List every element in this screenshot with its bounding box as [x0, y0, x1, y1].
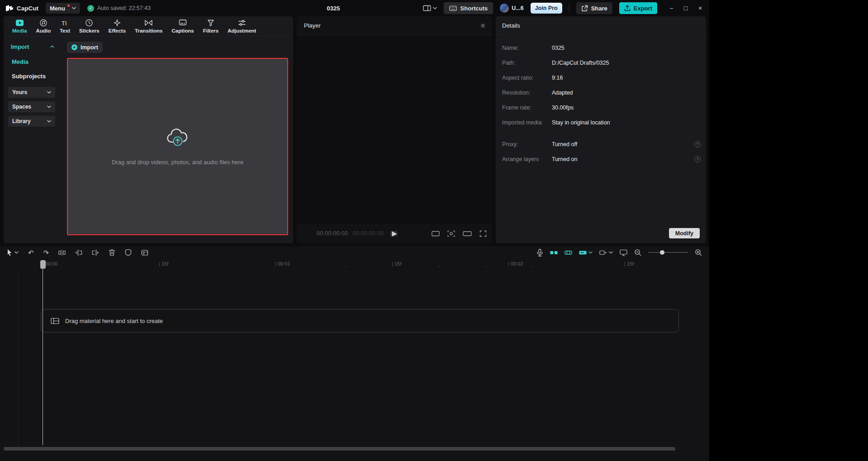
import-dropzone[interactable]: Drag and drop videos, photos, and audio …	[67, 58, 288, 235]
trim-left-button[interactable]	[75, 249, 82, 256]
help-icon[interactable]: ?	[694, 156, 701, 162]
trash-icon	[109, 249, 115, 256]
ruler-mark: 15f	[625, 261, 634, 266]
export-label: Export	[634, 5, 652, 12]
modify-button[interactable]: Modify	[669, 228, 700, 238]
audio-icon	[39, 19, 47, 27]
ruler-mark: 00:01	[275, 261, 290, 266]
trim-right-icon	[92, 249, 99, 256]
chevron-down-icon	[47, 105, 51, 108]
zoom-slider-thumb[interactable]	[660, 250, 664, 255]
player-menu-button[interactable]: ≡	[481, 22, 485, 30]
chevron-down-icon	[14, 251, 19, 254]
playhead-line	[43, 269, 43, 445]
timeline-scrollbar[interactable]	[4, 447, 675, 451]
timeline-dropzone[interactable]: Drag material here and start to create	[41, 309, 679, 333]
sidebar-item-import[interactable]: Import	[11, 42, 54, 51]
shortcuts-button[interactable]: Shortcuts	[444, 2, 493, 14]
redo-button[interactable]: ↷	[43, 249, 49, 256]
sidebar-item-media[interactable]: Media	[12, 57, 28, 66]
media-panel: Media Audio TI Text Stickers Effects Tra…	[4, 16, 293, 243]
preview-display-icon	[620, 249, 627, 256]
tab-transitions[interactable]: Transitions	[131, 19, 166, 33]
ribbon-tabs: Media Audio TI Text Stickers Effects Tra…	[4, 16, 293, 36]
detail-row: Frame rate: 30.00fps	[502, 100, 701, 115]
maximize-button[interactable]: □	[678, 0, 693, 16]
capcut-logo-icon	[5, 5, 14, 11]
canvas-icon	[463, 231, 472, 236]
tab-label: Text	[60, 28, 70, 33]
tab-stickers[interactable]: Stickers	[75, 19, 104, 33]
tab-media[interactable]: Media	[8, 19, 31, 33]
tab-captions[interactable]: Captions	[167, 19, 198, 33]
sidebar-item-subprojects[interactable]: Subprojects	[12, 71, 46, 81]
import-button[interactable]: + Import	[67, 42, 103, 53]
tab-text[interactable]: TI Text	[56, 19, 74, 33]
track-options-icon	[599, 250, 607, 256]
timeline-ruler[interactable]: 00:00 15f 00:01 15f 00:02 15f	[0, 259, 709, 270]
player-panel: Player ≡ 00:00:00:00 00:00:00:00 ▶	[297, 16, 492, 243]
chevron-down-icon	[72, 7, 76, 10]
track-options-button[interactable]	[599, 250, 613, 256]
snapping-icon	[579, 250, 587, 256]
play-button[interactable]: ▶	[392, 223, 397, 243]
sidebar-item-label: Import	[11, 43, 29, 50]
layout-switch-button[interactable]	[423, 5, 437, 11]
detail-row: Path: D:/CapCut Drafts/0325	[502, 55, 701, 70]
export-button[interactable]: Export	[619, 2, 657, 14]
timecode-total: 00:00:00:00	[352, 230, 384, 237]
preview-quality-button[interactable]	[447, 230, 455, 237]
ratio-icon	[432, 231, 440, 237]
close-button[interactable]: ×	[693, 0, 707, 16]
tab-audio[interactable]: Audio	[32, 19, 55, 33]
autosave-status: ✓ Auto saved: 22:57:43	[87, 5, 151, 12]
sidebar-item-label: Library	[12, 118, 31, 124]
record-voiceover-button[interactable]	[536, 249, 543, 257]
captions-icon	[179, 19, 187, 27]
undo-button[interactable]: ↶	[28, 249, 34, 256]
ratio-button[interactable]	[432, 231, 440, 237]
join-pro-button[interactable]: Join Pro	[531, 3, 562, 14]
sidebar-dropdown-library[interactable]: Library	[8, 116, 55, 127]
link-clips-toggle[interactable]	[564, 250, 572, 256]
canvas-button[interactable]	[463, 231, 472, 236]
trim-right-button[interactable]	[92, 249, 99, 256]
transitions-icon	[144, 19, 153, 27]
project-title: 0325	[327, 0, 340, 16]
cloud-upload-icon	[167, 128, 189, 147]
snapping-toggle[interactable]	[579, 250, 593, 256]
zoom-in-button[interactable]	[695, 249, 702, 256]
trim-left-icon	[75, 249, 82, 256]
tab-filters[interactable]: Filters	[199, 19, 223, 33]
auto-ripple-toggle[interactable]	[550, 250, 558, 256]
sidebar-dropdown-yours[interactable]: Yours	[8, 87, 55, 98]
microphone-icon	[536, 249, 543, 257]
share-button[interactable]: Share	[576, 2, 612, 14]
detail-value: D:/CapCut Drafts/0325	[552, 60, 609, 66]
import-button-label: Import	[81, 44, 98, 51]
dropzone-text: Drag and drop videos, photos, and audio …	[112, 159, 243, 166]
preview-display-button[interactable]	[620, 249, 627, 256]
playhead-handle[interactable]	[40, 260, 46, 269]
select-tool-button[interactable]	[6, 249, 19, 256]
details-section-gap	[502, 130, 701, 137]
zoom-out-button[interactable]	[634, 249, 641, 256]
menu-button[interactable]: Menu	[46, 3, 80, 14]
media-sidebar: Import Media Subprojects Yours Spaces Li…	[4, 36, 63, 243]
help-icon[interactable]: ?	[694, 141, 701, 147]
user-account[interactable]: U...6	[500, 4, 523, 13]
timeline-zoom-slider[interactable]	[648, 250, 688, 255]
details-panel: Details Name: 0325 Path: D:/CapCut Draft…	[496, 16, 706, 243]
delete-button[interactable]	[109, 249, 115, 256]
app-name: CapCut	[17, 5, 38, 12]
detail-value: Turned on	[552, 156, 578, 162]
sidebar-dropdown-spaces[interactable]: Spaces	[8, 101, 55, 112]
minimize-button[interactable]: −	[664, 0, 678, 16]
tab-adjustment[interactable]: Adjustment	[223, 19, 260, 33]
crop-button[interactable]	[141, 249, 148, 256]
mask-button[interactable]	[125, 249, 132, 256]
tab-effects[interactable]: Effects	[104, 19, 130, 33]
fullscreen-button[interactable]	[479, 230, 487, 237]
link-clips-icon	[564, 250, 572, 256]
split-button[interactable]	[58, 249, 66, 256]
